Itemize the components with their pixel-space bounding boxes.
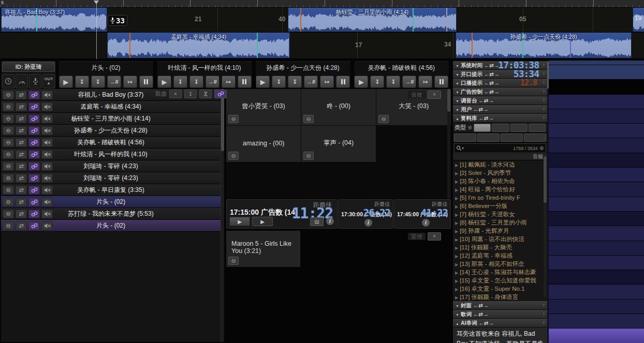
playlist-row[interactable]: ⊖ ⇄ 杨钰莹 - 三月里的小雨 (4:14) [1,113,221,125]
remove-icon[interactable]: ⊖ [3,138,14,147]
info-icon[interactable]: i [326,217,334,225]
gauge-icon[interactable] [16,74,28,88]
playlist-row[interactable]: ⊖ ⇄ 吴亦帆 - 早日康复 (3:35) [1,184,221,196]
sidebar-section-header[interactable]: ▼调音台 ←⇄→ ↑ [453,96,547,105]
sidebar-section-header[interactable]: ▼广告控制 ←⇄→ ↑ [453,87,547,96]
expand-arrow-icon[interactable]: ▶ [455,279,458,284]
play-icon[interactable]: ▶ [59,76,73,88]
loop-icon[interactable]: ⇄ [16,102,27,111]
expand-arrow-icon[interactable]: ▶ [455,229,458,234]
pin-icon[interactable]: ↑ [543,70,545,78]
expand-arrow-icon[interactable]: ▶ [455,295,458,300]
link-icon[interactable] [214,90,227,98]
expand-arrow-icon[interactable]: ▶ [455,188,458,192]
out-toggle[interactable]: OUT ▲ [42,74,55,88]
library-tool-button[interactable] [454,133,476,142]
playlist-row[interactable]: ⊖ ⇄ 苏打绿 - 我的未来不是梦 (5:53) [1,208,221,220]
schedule-row[interactable] [549,270,644,285]
expand-arrow-icon[interactable]: ▶ [455,237,458,242]
mute-icon[interactable] [41,102,53,111]
mute-icon[interactable] [41,198,53,206]
remove-icon[interactable]: ⊖ [3,174,14,183]
expand-arrow-icon[interactable]: ▶ [455,246,458,250]
jingle-pad[interactable]: 咚 - (00) ⊖ [301,89,376,125]
mute-icon[interactable] [41,150,53,159]
library-item[interactable]: ▶[13] 那英 - 相见不如怀念 [453,260,547,268]
playlist-row[interactable]: ⊖ ⇄ 刘瑞琦 - 零碎 (4:23) [1,160,221,172]
link-icon[interactable] [28,138,40,147]
expand-arrow-icon[interactable]: ▶ [455,271,458,275]
sidebar-section-header[interactable]: ▼歌词 ←⇄→ ↑ [453,310,547,319]
move-down-icon[interactable]: ↧ [184,90,197,98]
playlist-scrollbar[interactable] [221,89,224,342]
library-item[interactable]: ▶[1] 戴佩妮 - 淡水河边 [453,160,547,169]
loop-icon[interactable]: ⇄ [16,198,27,206]
remove-icon[interactable]: ⊖ [3,126,14,135]
library-item[interactable]: ▶[14] 王心凌 - 陈淑芬与林志豪 [453,268,547,276]
delete-icon[interactable]: × [169,90,182,98]
remove-icon[interactable]: ⊖ [3,91,14,99]
pin-icon[interactable]: ↑ [543,310,545,318]
link-icon[interactable] [28,221,40,230]
library-type-tab[interactable] [474,124,491,132]
library-tool-button[interactable] [501,133,523,142]
link-icon[interactable] [28,174,40,183]
schedule-row[interactable] [549,197,644,212]
schedule-row[interactable] [549,314,644,329]
expand-arrow-icon[interactable]: ▶ [455,213,458,217]
remove-icon[interactable]: ⊖ [3,162,14,171]
mute-icon[interactable] [41,186,53,195]
expand-arrow-icon[interactable]: ▶ [455,262,458,267]
pads-scrollbar[interactable] [447,89,450,199]
pause-icon[interactable] [139,76,153,88]
cue-out-icon[interactable]: ↧ [288,76,302,88]
expand-arrow-icon[interactable]: ▶ [455,196,458,201]
pin-icon[interactable]: ↑ [543,79,545,87]
loop-icon[interactable]: ⇄ [16,221,27,230]
ai-nav-icons[interactable]: ←⇄→ [484,62,500,68]
schedule-row[interactable] [549,285,644,299]
eject-icon[interactable]: ↦ [320,76,334,88]
library-tool-button[interactable] [524,133,546,142]
search-clear-icon[interactable]: ⊗ [539,145,544,152]
mute-icon[interactable] [41,221,53,230]
loop-icon[interactable]: ⇄ [16,91,27,99]
jingle-pad[interactable]: 掌声 - (04) ⊖ [301,126,376,162]
pin-icon[interactable]: ↑ [543,61,545,69]
pad-remove-icon[interactable]: ⊖ [303,152,314,160]
playlist-row[interactable]: ⊖ ⇄ 叶炫清 - 风一样的我 (4:10) [1,148,221,160]
cue-out-icon[interactable]: ↧ [189,76,203,88]
link-icon[interactable] [28,210,40,218]
loop-icon[interactable]: ⇄ [16,138,27,147]
remove-icon[interactable]: ⊖ [3,210,14,218]
library-type-tab[interactable] [510,124,528,132]
sidebar-section-header[interactable]: ▲AI串词 ←⇄→ ↑ [453,319,547,327]
waveform-clip[interactable]: 孙盛希 - 少一点天份 (4:28) [456,33,632,58]
ai-nav-icons[interactable]: ←⇄→ [478,320,494,326]
ai-nav-icons[interactable]: ←⇄→ [478,115,494,121]
info-icon[interactable]: i [364,219,372,227]
expand-arrow-icon[interactable]: ▶ [455,221,458,226]
ai-nav-icons[interactable]: ←⇄→ [473,311,489,317]
pin-icon[interactable]: ↑ [543,105,545,113]
hourglass-icon[interactable]: ⋈ [199,90,212,98]
schedule-row[interactable] [549,168,644,182]
schedule-row[interactable] [549,124,644,138]
pad-remove-icon[interactable]: ⊖ [378,115,389,123]
ai-nav-icons[interactable]: ←⇄→ [484,80,500,86]
remove-icon[interactable]: ⊖ [3,186,14,195]
schedule-row[interactable] [549,182,644,197]
pin-icon[interactable]: ↑ [543,319,545,327]
pin-icon[interactable]: ↑ [543,301,545,309]
goto-number-icon[interactable]: →# [107,76,121,88]
loop-icon[interactable]: ⇄ [16,186,27,195]
schedule-row[interactable] [549,153,644,168]
link-icon[interactable] [28,198,40,206]
mute-icon[interactable] [41,138,53,147]
pad-remove-icon[interactable]: ⊖ [228,115,239,123]
ai-nav-icons[interactable]: ←⇄→ [473,106,489,112]
promo-pad[interactable]: Maroon 5 - Girls Like You (3:21) ⊖ [226,231,300,267]
schedule-row[interactable] [549,212,644,226]
mute-icon[interactable] [41,126,53,135]
goto-number-icon[interactable]: →# [402,76,416,88]
